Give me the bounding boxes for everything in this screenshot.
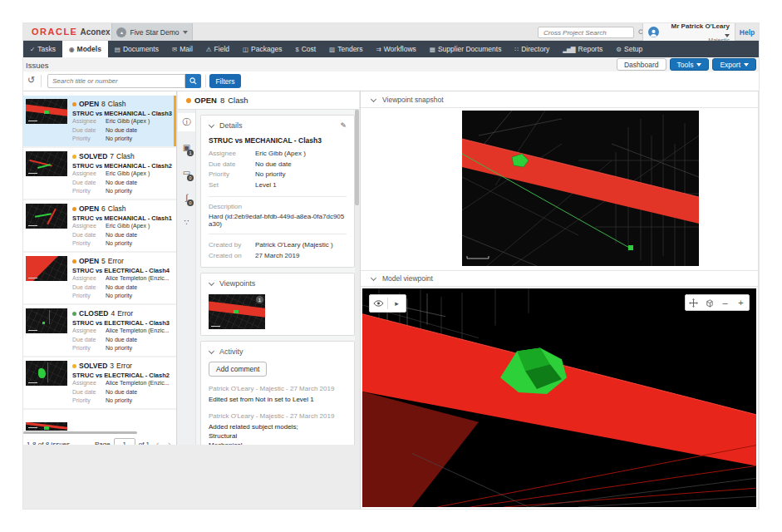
issues-list: OPEN8Clash STRUC vs MECHANICAL - Clash3 … bbox=[23, 91, 176, 410]
info-tab[interactable]: ⓘ bbox=[178, 113, 195, 131]
issue-type: Clash bbox=[116, 152, 135, 160]
issue-card-6[interactable]: OPEN6Clash STRUC vs MECHANICAL - Clash1 … bbox=[23, 200, 176, 253]
nav-item-workflows[interactable]: ⇉Workflows bbox=[369, 41, 422, 57]
issue-card-8[interactable]: OPEN8Clash STRUC vs MECHANICAL - Clash3 … bbox=[23, 96, 176, 148]
nav-label: Field bbox=[214, 45, 229, 53]
cross-project-search-input[interactable] bbox=[539, 29, 638, 37]
edit-pencil-icon[interactable]: ✎ bbox=[340, 121, 347, 130]
issue-assignee: Alice Templeton (Enzic... bbox=[106, 379, 174, 388]
viewpoint-snapshot-image[interactable] bbox=[462, 111, 699, 266]
issue-search-input[interactable] bbox=[48, 77, 184, 85]
detail-icon-strip: ⓘ ▣1 ▭0 ∫0 ∵ bbox=[178, 110, 196, 445]
page-label: Page bbox=[95, 441, 111, 446]
issue-assignee: Eric Gibb (Apex ) bbox=[106, 170, 174, 179]
issue-thumbnail bbox=[26, 308, 67, 333]
viewpoint-thumbnail[interactable]: 1 bbox=[209, 294, 265, 329]
tools-button[interactable]: Tools bbox=[670, 58, 710, 71]
help-link[interactable]: Help bbox=[735, 23, 759, 41]
field-label: Assignee bbox=[72, 117, 106, 126]
nav-item-supplier-documents[interactable]: ▦Supplier Documents bbox=[423, 41, 509, 57]
issue-card-4[interactable]: CLOSED4Error STRUC vs ELECTRICAL - Clash… bbox=[23, 305, 176, 357]
nav-label: Documents bbox=[123, 45, 159, 53]
page-input[interactable] bbox=[114, 438, 135, 445]
viewpoints-tab[interactable]: ▣1 bbox=[178, 138, 195, 156]
comments-count-badge: 0 bbox=[187, 175, 194, 181]
vertical-scrollbar[interactable] bbox=[355, 110, 359, 445]
issue-title: STRUC vs ELECTRICAL - Clash3 bbox=[72, 319, 174, 327]
issue-card-body: OPEN6Clash STRUC vs MECHANICAL - Clash1 … bbox=[67, 204, 174, 248]
horizontal-scrollbar[interactable] bbox=[23, 431, 137, 434]
issue-card-body: SOLVED3Error STRUC vs ELECTRICAL - Clash… bbox=[67, 361, 174, 405]
main-content: OPEN8Clash STRUC vs MECHANICAL - Clash3 … bbox=[23, 91, 759, 509]
nav-label: Tasks bbox=[37, 45, 56, 53]
nav-item-models[interactable]: ◉Models bbox=[62, 41, 108, 57]
snapshot-3d-render bbox=[462, 111, 699, 266]
nav-item-documents[interactable]: ▤Documents bbox=[108, 41, 165, 57]
nav-item-cost[interactable]: $Cost bbox=[288, 41, 322, 57]
related-models-tab[interactable]: ∵ bbox=[178, 213, 195, 231]
issue-due-date: No due date bbox=[106, 388, 174, 397]
project-selector[interactable]: ▲ Five Star Demo bbox=[111, 23, 193, 41]
field-label: Due date bbox=[72, 388, 106, 397]
issue-card-5[interactable]: OPEN5Error STRUC vs ELECTRICAL - Clash4 … bbox=[23, 253, 176, 305]
nav-item-packages[interactable]: ◫Packages bbox=[236, 41, 288, 57]
previous-page-icon[interactable]: ‹ bbox=[156, 439, 160, 445]
dashboard-button[interactable]: Dashboard bbox=[617, 58, 666, 71]
orbit-button[interactable] bbox=[701, 295, 717, 310]
detail-set: Level 1 bbox=[255, 180, 347, 191]
viewpoint-snapshot-header: Viewpoint snapshot bbox=[361, 91, 758, 108]
zoom-out-button[interactable]: – bbox=[717, 295, 733, 310]
field-label: Assignee bbox=[72, 170, 106, 179]
packages-icon: ◫ bbox=[243, 46, 248, 53]
issue-status: OPEN bbox=[79, 257, 99, 265]
chevron-down-icon[interactable] bbox=[209, 281, 214, 286]
filters-button[interactable]: Filters bbox=[209, 74, 241, 88]
chevron-down-icon[interactable] bbox=[209, 123, 214, 128]
chevron-down-icon[interactable] bbox=[371, 97, 376, 102]
aconex-app-window: ORACLEAconex ▲ Five Star Demo Mr Patrick… bbox=[23, 23, 759, 509]
user-menu[interactable]: Mr Patrick O'Leary Majestic bbox=[642, 23, 735, 41]
nav-item-reports[interactable]: ▂▅▇Reports bbox=[556, 41, 609, 57]
refresh-icon[interactable]: ↺ bbox=[27, 75, 35, 86]
next-page-icon[interactable]: › bbox=[168, 439, 171, 445]
nav-item-setup[interactable]: ⚙Setup bbox=[609, 41, 649, 57]
field-label: Due date bbox=[72, 179, 106, 188]
nav-label: Reports bbox=[578, 45, 603, 53]
chevron-down-icon[interactable] bbox=[371, 276, 376, 281]
issue-card-7[interactable]: SOLVED7Clash STRUC vs MECHANICAL - Clash… bbox=[23, 148, 176, 200]
nav-item-tenders[interactable]: ▥Tenders bbox=[322, 41, 369, 57]
issue-title: STRUC vs MECHANICAL - Clash3 bbox=[72, 110, 174, 117]
zoom-in-button[interactable]: + bbox=[733, 295, 749, 310]
user-avatar-icon bbox=[648, 27, 659, 37]
nav-item-mail[interactable]: ✉Mail bbox=[165, 41, 199, 57]
nav-label: Models bbox=[77, 45, 101, 53]
comments-tab[interactable]: ▭0 bbox=[178, 163, 195, 181]
issue-due-date: No due date bbox=[106, 126, 174, 135]
nav-item-directory[interactable]: ∷Directory bbox=[508, 41, 556, 57]
chevron-down-icon[interactable] bbox=[209, 349, 214, 354]
visibility-button[interactable] bbox=[370, 295, 387, 312]
issue-card-3[interactable]: SOLVED3Error STRUC vs ELECTRICAL - Clash… bbox=[23, 357, 176, 410]
export-button[interactable]: Export bbox=[712, 58, 756, 71]
attachments-tab[interactable]: ∫0 bbox=[178, 188, 195, 206]
cube-icon bbox=[705, 298, 714, 308]
add-comment-button[interactable]: Add comment bbox=[209, 362, 267, 377]
model-3d-viewer[interactable]: ▸ – + bbox=[362, 288, 756, 507]
issue-due-date: No due date bbox=[106, 283, 174, 293]
viewpoint-number-badge: 1 bbox=[256, 296, 263, 303]
issue-status: SOLVED bbox=[79, 152, 107, 160]
nav-item-field[interactable]: ⚠Field bbox=[199, 41, 236, 57]
issue-priority: No priority bbox=[106, 344, 174, 352]
issue-search-button[interactable] bbox=[185, 74, 201, 88]
nav-item-tasks[interactable]: ✓Tasks bbox=[23, 41, 62, 57]
user-name: Mr Patrick O'Leary bbox=[671, 23, 730, 30]
issue-number: 4 bbox=[111, 309, 115, 318]
page-header-row: Issues Dashboard Tools Export bbox=[23, 57, 759, 71]
expand-toolbar-button[interactable]: ▸ bbox=[388, 295, 406, 312]
detail-type: Clash bbox=[228, 96, 248, 105]
setup-icon: ⚙ bbox=[616, 46, 621, 53]
viewer-panel: Viewpoint snapshot bbox=[360, 91, 759, 509]
pan-button[interactable] bbox=[686, 295, 701, 310]
issue-assignee: Alice Templeton (Enzic... bbox=[106, 274, 174, 283]
issue-priority: No priority bbox=[106, 239, 174, 248]
